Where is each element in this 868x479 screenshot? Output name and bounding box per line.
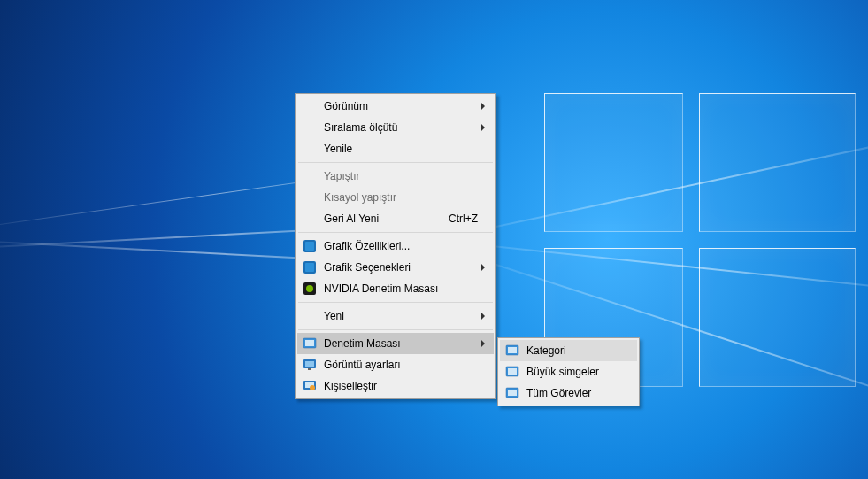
menu-item-shortcut: Ctrl+Z xyxy=(449,212,478,225)
desktop-context-menu: Görünüm Sıralama ölçütü Yenile Yapıştır … xyxy=(295,93,496,399)
control-panel-submenu: Kategori Büyük simgeler Tüm Görevler xyxy=(497,337,640,406)
nvidia-icon xyxy=(303,282,317,296)
menu-item-refresh[interactable]: Yenile xyxy=(297,138,494,159)
menu-item-nvidia[interactable]: NVIDIA Denetim Masası xyxy=(297,278,494,299)
menu-item-new[interactable]: Yeni xyxy=(297,305,494,327)
svg-rect-17 xyxy=(508,368,517,375)
menu-item-label: Büyük simgeler xyxy=(526,366,611,378)
menu-item-control-panel[interactable]: Denetim Masası xyxy=(297,333,494,354)
svg-point-13 xyxy=(310,385,315,390)
svg-rect-1 xyxy=(305,242,314,251)
menu-separator xyxy=(298,329,493,330)
svg-rect-15 xyxy=(508,347,517,353)
svg-rect-10 xyxy=(308,368,311,370)
chevron-right-icon xyxy=(481,340,485,347)
menu-item-label: Yenile xyxy=(324,143,467,155)
chevron-right-icon xyxy=(481,264,485,271)
svg-rect-3 xyxy=(305,263,314,272)
menu-item-paste-shortcut: Kısayol yapıştır xyxy=(297,187,494,208)
menu-item-graphics-options[interactable]: Grafik Seçenekleri xyxy=(297,257,494,278)
submenu-item-large-icons[interactable]: Büyük simgeler xyxy=(500,361,637,382)
menu-item-display-settings[interactable]: Görüntü ayarları xyxy=(297,354,494,375)
control-panel-icon xyxy=(303,336,317,351)
menu-item-label: Sıralama ölçütü xyxy=(324,121,467,134)
svg-rect-9 xyxy=(305,361,314,367)
svg-point-5 xyxy=(306,285,313,292)
chevron-right-icon xyxy=(481,313,485,320)
intel-graphics-icon xyxy=(303,239,317,253)
menu-item-label: Geri Al Yeni xyxy=(324,212,467,225)
menu-item-label: Kısayol yapıştır xyxy=(324,191,467,204)
menu-item-label: Yapıştır xyxy=(324,170,467,182)
display-settings-icon xyxy=(303,358,317,372)
menu-item-view[interactable]: Görünüm xyxy=(297,96,494,117)
control-panel-icon xyxy=(505,344,519,358)
personalize-icon xyxy=(303,379,317,393)
menu-item-label: Tüm Görevler xyxy=(526,387,611,399)
menu-item-label: Denetim Masası xyxy=(324,337,467,350)
menu-item-paste: Yapıştır xyxy=(297,166,494,187)
menu-item-label: Görüntü ayarları xyxy=(324,359,467,371)
menu-item-label: Kişiselleştir xyxy=(324,380,467,392)
menu-item-label: Grafik Özellikleri... xyxy=(324,240,467,252)
menu-item-label: NVIDIA Denetim Masası xyxy=(324,282,467,295)
menu-item-label: Grafik Seçenekleri xyxy=(324,261,467,274)
menu-separator xyxy=(298,162,493,163)
desktop[interactable]: Görünüm Sıralama ölçütü Yenile Yapıştır … xyxy=(0,0,868,479)
menu-item-undo[interactable]: Geri Al Yeni Ctrl+Z xyxy=(297,208,494,229)
menu-item-label: Yeni xyxy=(324,310,467,322)
menu-separator xyxy=(298,232,493,233)
intel-graphics-icon xyxy=(303,260,317,274)
menu-separator xyxy=(298,302,493,303)
control-panel-icon xyxy=(505,365,519,379)
chevron-right-icon xyxy=(481,124,485,131)
svg-rect-7 xyxy=(305,340,314,346)
svg-rect-19 xyxy=(508,390,517,396)
chevron-right-icon xyxy=(481,103,485,110)
menu-item-graphics-props[interactable]: Grafik Özellikleri... xyxy=(297,236,494,257)
menu-item-label: Kategori xyxy=(526,344,611,357)
menu-item-sort[interactable]: Sıralama ölçütü xyxy=(297,117,494,138)
menu-item-personalize[interactable]: Kişiselleştir xyxy=(297,375,494,397)
control-panel-icon xyxy=(505,386,519,400)
submenu-item-category[interactable]: Kategori xyxy=(500,340,637,361)
submenu-item-all-tasks[interactable]: Tüm Görevler xyxy=(500,382,637,404)
menu-item-label: Görünüm xyxy=(324,100,467,112)
